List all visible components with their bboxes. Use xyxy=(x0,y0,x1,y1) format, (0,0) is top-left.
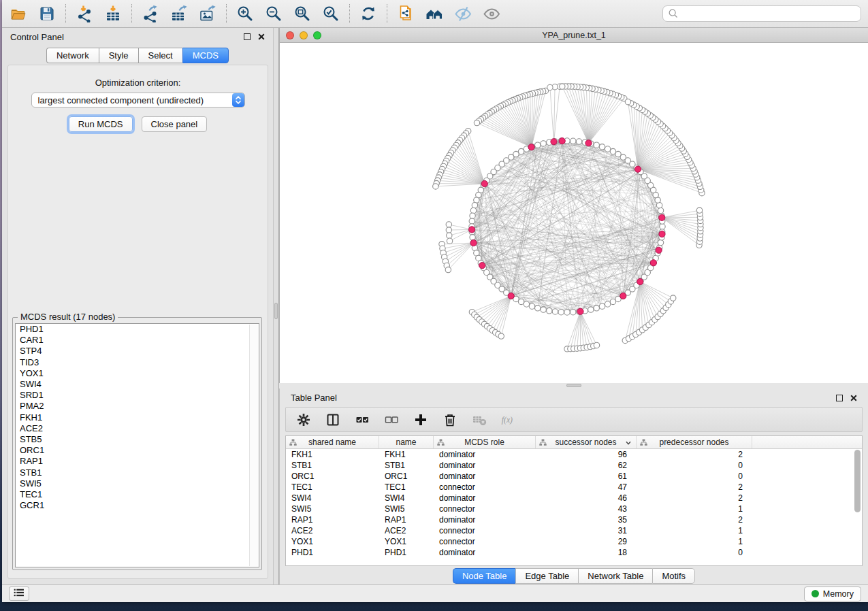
table-row[interactable]: PHD1PHD1dominator180 xyxy=(286,547,862,558)
table-row[interactable]: SWI4SWI4dominator462 xyxy=(286,493,862,503)
save-button[interactable] xyxy=(37,3,57,24)
traffic-light-zoom[interactable] xyxy=(313,31,321,39)
column-header-shared-name[interactable]: shared name xyxy=(286,436,379,448)
run-mcds-button[interactable]: Run MCDS xyxy=(69,116,133,132)
table-panel-float-button[interactable] xyxy=(836,395,843,401)
result-list-item[interactable]: TID3 xyxy=(16,357,259,368)
mcds-result-scrollbar[interactable] xyxy=(249,325,258,566)
delete-columns-button[interactable] xyxy=(442,412,458,428)
memory-button[interactable]: Memory xyxy=(804,587,861,601)
result-list-item[interactable]: PMA2 xyxy=(16,401,259,412)
mcds-result-items: PHD1CAR1STP4TID3YOX1SWI4SRD1PMA2FKH1ACE2… xyxy=(16,324,259,511)
column-header-successor-nodes[interactable]: successor nodes xyxy=(536,436,637,448)
network-graph[interactable] xyxy=(280,43,868,383)
task-history-button[interactable] xyxy=(9,587,29,601)
export-image-button[interactable] xyxy=(198,3,217,24)
deselect-all-button[interactable] xyxy=(383,412,400,428)
table-row[interactable]: ACE2ACE2connector311 xyxy=(286,525,862,536)
hide-selected-button[interactable] xyxy=(453,3,472,24)
select-all-button[interactable] xyxy=(354,412,370,428)
table-body: FKH1FKH1dominator962STB1STB1dominator620… xyxy=(286,449,862,558)
table-scrollbar-thumb[interactable] xyxy=(854,450,861,512)
result-list-item[interactable]: PHD1 xyxy=(16,324,259,335)
search-input[interactable] xyxy=(682,8,856,20)
optimization-criterion-dropdown[interactable]: largest connected component (undirected) xyxy=(31,93,245,108)
sort-desc-icon xyxy=(625,439,632,446)
create-column-button[interactable] xyxy=(413,412,429,428)
import-table-button[interactable] xyxy=(103,3,123,24)
export-table-button[interactable] xyxy=(170,3,189,24)
result-list-item[interactable]: STB5 xyxy=(16,434,259,445)
duplicate-network-button[interactable] xyxy=(396,3,415,24)
control-panel-float-button[interactable] xyxy=(244,33,251,40)
show-all-button[interactable] xyxy=(482,3,501,24)
zoom-in-button[interactable] xyxy=(236,3,255,24)
column-selector-button[interactable] xyxy=(325,412,341,428)
table-row[interactable]: STB1STB1dominator620 xyxy=(286,460,862,471)
traffic-light-close[interactable] xyxy=(286,31,294,39)
search-box[interactable] xyxy=(662,5,861,22)
table-row[interactable]: FKH1FKH1dominator962 xyxy=(286,449,862,460)
tab-motifs[interactable]: Motifs xyxy=(652,568,695,584)
import-network-button[interactable] xyxy=(75,3,94,24)
show-all-icon xyxy=(483,5,500,22)
first-neighbors-button[interactable] xyxy=(425,3,444,24)
mcds-result-list[interactable]: PHD1CAR1STP4TID3YOX1SWI4SRD1PMA2FKH1ACE2… xyxy=(15,323,259,567)
result-list-item[interactable]: SWI5 xyxy=(16,478,259,489)
tab-node-table[interactable]: Node Table xyxy=(453,568,516,584)
dropdown-stepper-icon xyxy=(232,93,244,107)
table-row[interactable]: SWI5SWI5connector431 xyxy=(286,503,862,514)
column-header-MCDS-role[interactable]: MCDS role xyxy=(434,436,536,448)
refresh-button[interactable] xyxy=(359,3,378,24)
tab-edge-table[interactable]: Edge Table xyxy=(515,568,578,584)
table-cell: STB1 xyxy=(379,461,434,470)
table-row[interactable]: TEC1TEC1connector472 xyxy=(286,482,862,493)
table-row[interactable]: ORC1ORC1dominator610 xyxy=(286,471,862,482)
result-list-item[interactable]: STP4 xyxy=(16,346,259,357)
tab-select[interactable]: Select xyxy=(138,48,182,63)
horizontal-splitter-grip[interactable] xyxy=(566,384,581,387)
result-list-item[interactable]: RAP1 xyxy=(16,456,259,467)
main-toolbar xyxy=(2,0,868,28)
table-cell: ACE2 xyxy=(286,526,379,535)
result-list-item[interactable]: ACE2 xyxy=(16,423,259,434)
result-list-item[interactable]: SWI4 xyxy=(16,379,259,390)
column-header-predecessor-nodes[interactable]: predecessor nodes xyxy=(637,436,752,448)
result-list-item[interactable]: TEC1 xyxy=(16,489,259,500)
table-row[interactable]: RAP1RAP1dominator352 xyxy=(286,514,862,525)
vertical-splitter-grip[interactable] xyxy=(274,303,278,319)
result-list-item[interactable]: STB1 xyxy=(16,467,259,478)
tab-network[interactable]: Network xyxy=(46,48,99,63)
close-panel-button[interactable]: Close panel xyxy=(142,116,208,132)
zoom-fit-button[interactable] xyxy=(293,3,312,24)
result-list-item[interactable]: ORC1 xyxy=(16,445,259,456)
open-button[interactable] xyxy=(9,3,28,24)
export-network-button[interactable] xyxy=(141,3,160,24)
tab-style[interactable]: Style xyxy=(99,48,138,63)
result-list-item[interactable]: FKH1 xyxy=(16,412,259,423)
tab-mcds[interactable]: MCDS xyxy=(182,48,229,63)
search-icon xyxy=(668,8,679,19)
result-list-item[interactable]: SRD1 xyxy=(16,390,259,401)
result-list-item[interactable]: YOX1 xyxy=(16,368,259,379)
network-titlebar: YPA_prune.txt_1 xyxy=(280,28,868,43)
settings-button[interactable] xyxy=(295,412,312,428)
tab-network-table[interactable]: Network Table xyxy=(578,568,652,584)
traffic-light-minimize[interactable] xyxy=(300,31,308,39)
result-list-item[interactable]: CAR1 xyxy=(16,335,259,346)
table-cell: SWI4 xyxy=(286,493,379,503)
result-list-item[interactable]: GCR1 xyxy=(16,500,259,511)
column-header-name[interactable]: name xyxy=(379,436,434,448)
horizontal-splitter[interactable] xyxy=(279,383,868,389)
zoom-out-button[interactable] xyxy=(264,3,283,24)
zoom-selected-button[interactable] xyxy=(321,3,340,24)
vertical-splitter[interactable] xyxy=(273,28,279,584)
control-panel: Control Panel NetworkStyleSelectMCDS Opt… xyxy=(2,28,273,584)
table-panel-close-button[interactable] xyxy=(850,395,857,401)
table-row[interactable]: YOX1YOX1connector291 xyxy=(286,536,862,547)
table-cell: connector xyxy=(434,526,536,535)
table-scrollbar[interactable] xyxy=(853,450,861,564)
network-canvas[interactable] xyxy=(280,43,868,383)
control-panel-close-button[interactable] xyxy=(258,33,265,40)
table-cell: YOX1 xyxy=(379,537,434,546)
